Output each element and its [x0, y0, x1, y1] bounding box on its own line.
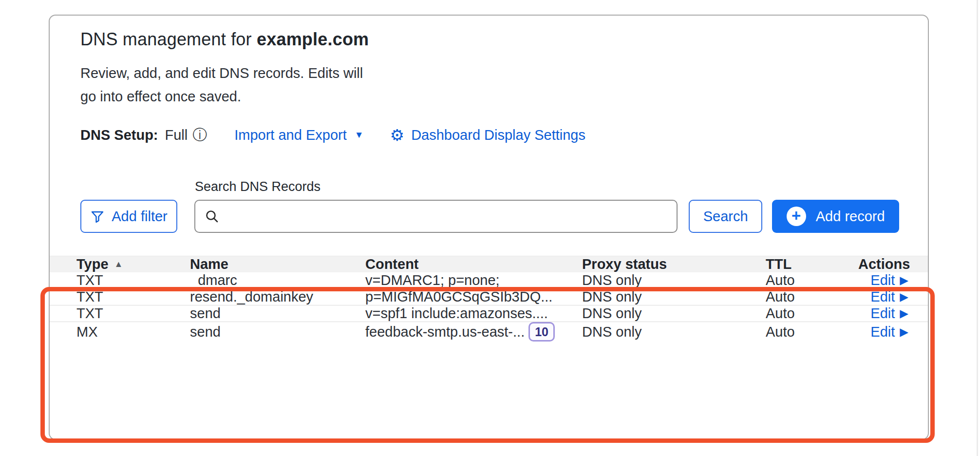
edit-arrow-icon: ▶ [900, 290, 908, 304]
edit-arrow-icon: ▶ [900, 274, 908, 287]
cell-content: p=MIGfMA0GCSqGSIb3DQ... [365, 289, 582, 305]
cell-ttl: Auto [766, 289, 858, 305]
add-record-button[interactable]: + Add record [772, 200, 899, 233]
table-controls: Add filter Search + Add record [80, 200, 899, 233]
table-header-row: Type ▲ Name Content Proxy status TTL Act… [50, 256, 928, 272]
column-header-content: Content [365, 256, 582, 272]
search-icon [204, 209, 220, 224]
add-filter-button[interactable]: Add filter [80, 200, 177, 233]
edit-arrow-icon: ▶ [900, 307, 908, 320]
cell-name: resend._domainkey [190, 289, 365, 305]
column-header-name: Name [190, 256, 365, 272]
table-row: TXT resend._domainkey p=MIGfMA0GCSqGSIb3… [50, 289, 928, 305]
cell-ttl: Auto [766, 305, 858, 322]
search-records-label: Search DNS Records [195, 179, 320, 194]
cell-name: send [190, 324, 365, 340]
table-row: MX send feedback-smtp.us-east-...10 DNS … [50, 322, 928, 342]
page-description: Review, add, and edit DNS records. Edits… [80, 61, 363, 108]
column-header-type[interactable]: Type ▲ [76, 256, 190, 272]
column-header-ttl: TTL [766, 256, 858, 272]
edit-record-link[interactable]: Edit▶ [870, 305, 908, 322]
cell-name: _dmarc [190, 272, 365, 288]
search-button[interactable]: Search [689, 200, 762, 233]
page-right-divider [977, 0, 978, 456]
cell-proxy-status: DNS only [582, 324, 766, 340]
cell-content: feedback-smtp.us-east-...10 [365, 322, 582, 342]
filter-funnel-icon [90, 209, 105, 224]
dns-setup-row: DNS Setup: Full ⓘ Import and Export▼ ⚙Da… [80, 124, 585, 146]
table-row: TXT _dmarc v=DMARC1; p=none; DNS only Au… [50, 272, 928, 289]
page-description-line1: Review, add, and edit DNS records. Edits… [80, 61, 363, 85]
dashboard-display-settings-label: Dashboard Display Settings [411, 127, 585, 143]
dns-setup-label: DNS Setup: [80, 127, 158, 143]
mx-priority-badge: 10 [528, 322, 555, 342]
cell-content: v=DMARC1; p=none; [365, 272, 582, 288]
cell-proxy-status: DNS only [582, 289, 766, 305]
cell-content: v=spf1 include:amazonses.... [365, 305, 582, 322]
edit-record-link[interactable]: Edit▶ [870, 324, 908, 340]
import-export-label: Import and Export [234, 127, 347, 143]
search-box [194, 200, 678, 233]
cell-type: MX [76, 324, 190, 340]
dns-records-table: Type ▲ Name Content Proxy status TTL Act… [50, 256, 928, 342]
chevron-down-icon: ▼ [355, 130, 364, 140]
table-row: TXT send v=spf1 include:amazonses.... DN… [50, 305, 928, 322]
dns-management-card: DNS management for example.com Review, a… [49, 15, 929, 440]
cell-ttl: Auto [766, 272, 858, 288]
cell-type: TXT [76, 305, 190, 322]
cell-proxy-status: DNS only [582, 305, 766, 322]
cell-type: TXT [76, 272, 190, 288]
gear-icon: ⚙ [390, 127, 405, 143]
dns-setup-value: Full [165, 127, 188, 143]
page-title-domain: example.com [257, 29, 369, 49]
info-icon[interactable]: ⓘ [192, 128, 207, 142]
search-input[interactable] [226, 209, 668, 224]
import-export-link[interactable]: Import and Export▼ [234, 127, 363, 143]
search-button-label: Search [703, 209, 748, 225]
add-filter-label: Add filter [112, 209, 167, 225]
add-record-label: Add record [816, 209, 885, 225]
sort-ascending-icon: ▲ [114, 259, 123, 269]
edit-record-link[interactable]: Edit▶ [870, 289, 908, 305]
column-header-actions: Actions [858, 256, 910, 272]
cell-ttl: Auto [766, 324, 858, 340]
plus-icon: + [787, 207, 806, 226]
edit-arrow-icon: ▶ [900, 325, 908, 339]
page-description-line2: go into effect once saved. [80, 85, 363, 108]
page-title-prefix: DNS management for [80, 29, 257, 49]
page-title: DNS management for example.com [80, 29, 369, 50]
cell-proxy-status: DNS only [582, 272, 766, 288]
edit-record-link[interactable]: Edit▶ [870, 272, 908, 288]
column-header-proxy-status: Proxy status [582, 256, 766, 272]
cell-name: send [190, 305, 365, 322]
dashboard-display-settings-link[interactable]: ⚙Dashboard Display Settings [390, 127, 585, 143]
cell-type: TXT [76, 289, 190, 305]
